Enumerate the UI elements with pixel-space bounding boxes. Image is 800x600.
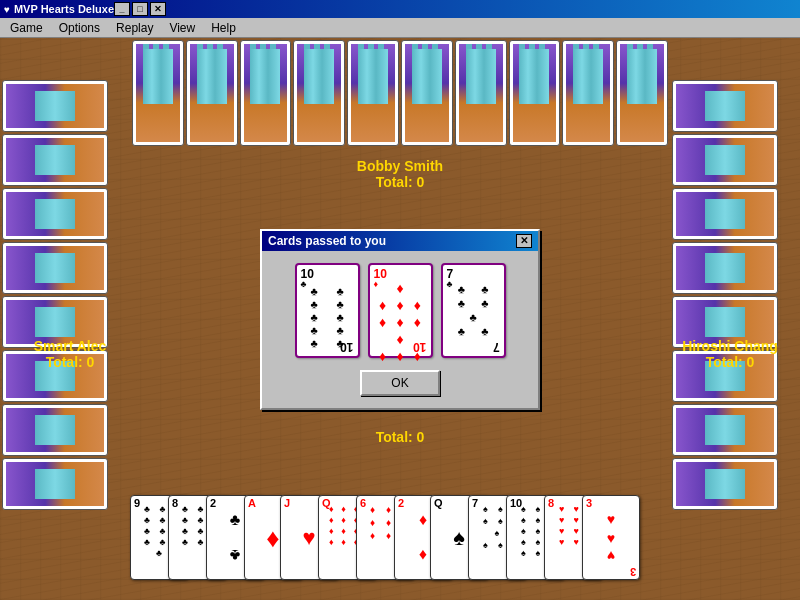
window-controls: _ □ ✕ — [114, 2, 166, 16]
minimize-button[interactable]: _ — [114, 2, 130, 16]
modal-overlay: Cards passed to you ✕ 10 ♣ ♣ ♣ ♣ ♣ ♣ — [0, 38, 800, 600]
dialog-close-button[interactable]: ✕ — [516, 234, 532, 248]
passed-card-1: 10 ♣ ♣ ♣ ♣ ♣ ♣ ♣ ♣ ♣ ♣ ♣ — [295, 263, 360, 358]
dialog-body: 10 ♣ ♣ ♣ ♣ ♣ ♣ ♣ ♣ ♣ ♣ ♣ — [262, 251, 538, 408]
menu-replay[interactable]: Replay — [108, 19, 161, 37]
game-area: Bobby Smith Total: 0 Smart Alec Total: 0… — [0, 38, 800, 600]
menu-game[interactable]: Game — [2, 19, 51, 37]
window-title: MVP Hearts Deluxe — [14, 3, 114, 15]
ok-button[interactable]: OK — [360, 370, 440, 396]
menubar: Game Options Replay View Help — [0, 18, 800, 38]
menu-help[interactable]: Help — [203, 19, 244, 37]
menu-options[interactable]: Options — [51, 19, 108, 37]
dialog-titlebar: Cards passed to you ✕ — [262, 231, 538, 251]
menu-view[interactable]: View — [161, 19, 203, 37]
dialog-title: Cards passed to you — [268, 234, 386, 248]
passed-card-3: 7 ♣ ♣ ♣ ♣ ♣ ♣ ♣ ♣ 7 — [441, 263, 506, 358]
dialog-cards-container: 10 ♣ ♣ ♣ ♣ ♣ ♣ ♣ ♣ ♣ ♣ ♣ — [295, 263, 506, 358]
titlebar: ♥ MVP Hearts Deluxe _ □ ✕ — [0, 0, 800, 18]
passed-card-2: 10 ♦ ♦ ♦ ♦ ♦ ♦ ♦ ♦ ♦ ♦ ♦ — [368, 263, 433, 358]
close-button[interactable]: ✕ — [150, 2, 166, 16]
app-icon: ♥ — [4, 4, 10, 15]
dialog-cards-passed: Cards passed to you ✕ 10 ♣ ♣ ♣ ♣ ♣ ♣ — [260, 229, 540, 410]
maximize-button[interactable]: □ — [132, 2, 148, 16]
